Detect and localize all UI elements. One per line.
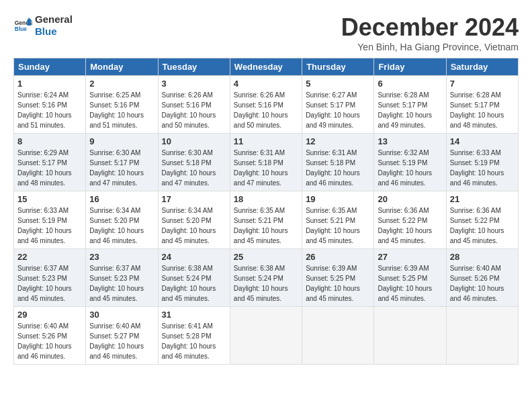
day-info: Sunrise: 6:40 AMSunset: 5:26 PMDaylight:… [450,263,515,304]
day-info: Sunrise: 6:30 AMSunset: 5:18 PMDaylight:… [162,148,226,188]
day-cell-7: 7Sunrise: 6:28 AMSunset: 5:17 PMDaylight… [446,76,518,134]
day-cell-17: 17Sunrise: 6:34 AMSunset: 5:20 PMDayligh… [158,191,230,249]
day-info: Sunrise: 6:34 AMSunset: 5:20 PMDaylight:… [162,205,226,246]
day-number: 4 [234,79,298,89]
day-info: Sunrise: 6:28 AMSunset: 5:17 PMDaylight:… [378,90,442,130]
week-row-5: 29Sunrise: 6:40 AMSunset: 5:26 PMDayligh… [14,307,519,365]
day-number: 9 [89,136,154,146]
day-number: 13 [378,136,442,146]
day-cell-19: 19Sunrise: 6:35 AMSunset: 5:21 PMDayligh… [302,191,374,249]
day-cell-31: 31Sunrise: 6:41 AMSunset: 5:28 PMDayligh… [158,307,230,365]
day-info: Sunrise: 6:33 AMSunset: 5:19 PMDaylight:… [17,205,82,246]
day-cell-29: 29Sunrise: 6:40 AMSunset: 5:26 PMDayligh… [14,307,86,365]
day-info: Sunrise: 6:31 AMSunset: 5:18 PMDaylight:… [234,148,298,188]
day-cell-23: 23Sunrise: 6:37 AMSunset: 5:23 PMDayligh… [86,249,158,307]
day-info: Sunrise: 6:33 AMSunset: 5:19 PMDaylight:… [450,148,515,188]
logo-area: General Blue General Blue [13,13,73,38]
day-number: 26 [306,252,370,262]
day-cell-9: 9Sunrise: 6:30 AMSunset: 5:17 PMDaylight… [86,134,158,191]
day-info: Sunrise: 6:38 AMSunset: 5:24 PMDaylight:… [234,263,298,304]
day-info: Sunrise: 6:40 AMSunset: 5:26 PMDaylight:… [17,321,82,361]
day-cell-3: 3Sunrise: 6:26 AMSunset: 5:16 PMDaylight… [158,76,230,134]
day-number: 16 [89,194,154,204]
empty-cell [374,307,446,365]
day-cell-24: 24Sunrise: 6:38 AMSunset: 5:24 PMDayligh… [158,249,230,307]
day-cell-2: 2Sunrise: 6:25 AMSunset: 5:16 PMDaylight… [86,76,158,134]
day-number: 28 [450,252,515,262]
day-info: Sunrise: 6:26 AMSunset: 5:16 PMDaylight:… [162,90,226,130]
week-row-2: 8Sunrise: 6:29 AMSunset: 5:17 PMDaylight… [14,134,519,191]
day-cell-21: 21Sunrise: 6:36 AMSunset: 5:22 PMDayligh… [446,191,518,249]
day-info: Sunrise: 6:31 AMSunset: 5:18 PMDaylight:… [306,148,370,188]
day-number: 18 [234,194,298,204]
day-cell-28: 28Sunrise: 6:40 AMSunset: 5:26 PMDayligh… [446,249,518,307]
day-number: 3 [162,79,226,89]
day-info: Sunrise: 6:27 AMSunset: 5:17 PMDaylight:… [306,90,370,130]
header-thursday: Thursday [302,58,374,76]
day-cell-4: 4Sunrise: 6:26 AMSunset: 5:16 PMDaylight… [230,76,302,134]
day-number: 17 [162,194,226,204]
header-tuesday: Tuesday [158,58,230,76]
day-cell-5: 5Sunrise: 6:27 AMSunset: 5:17 PMDaylight… [302,76,374,134]
day-info: Sunrise: 6:25 AMSunset: 5:16 PMDaylight:… [89,90,154,130]
day-info: Sunrise: 6:26 AMSunset: 5:16 PMDaylight:… [234,90,298,130]
day-info: Sunrise: 6:32 AMSunset: 5:19 PMDaylight:… [378,148,442,188]
day-info: Sunrise: 6:35 AMSunset: 5:21 PMDaylight:… [306,205,370,246]
week-row-3: 15Sunrise: 6:33 AMSunset: 5:19 PMDayligh… [14,191,519,249]
day-number: 8 [17,136,82,146]
day-cell-22: 22Sunrise: 6:37 AMSunset: 5:23 PMDayligh… [14,249,86,307]
day-info: Sunrise: 6:38 AMSunset: 5:24 PMDaylight:… [162,263,226,304]
calendar-table: Sunday Monday Tuesday Wednesday Thursday… [13,58,519,365]
empty-cell [230,307,302,365]
day-cell-15: 15Sunrise: 6:33 AMSunset: 5:19 PMDayligh… [14,191,86,249]
empty-cell [446,307,518,365]
empty-cell [302,307,374,365]
day-cell-30: 30Sunrise: 6:40 AMSunset: 5:27 PMDayligh… [86,307,158,365]
day-number: 14 [450,136,515,146]
week-row-4: 22Sunrise: 6:37 AMSunset: 5:23 PMDayligh… [14,249,519,307]
day-info: Sunrise: 6:30 AMSunset: 5:17 PMDaylight:… [89,148,154,188]
day-cell-12: 12Sunrise: 6:31 AMSunset: 5:18 PMDayligh… [302,134,374,191]
day-cell-13: 13Sunrise: 6:32 AMSunset: 5:19 PMDayligh… [374,134,446,191]
day-cell-20: 20Sunrise: 6:36 AMSunset: 5:22 PMDayligh… [374,191,446,249]
day-info: Sunrise: 6:29 AMSunset: 5:17 PMDaylight:… [17,148,82,188]
header-saturday: Saturday [446,58,518,76]
day-number: 11 [234,136,298,146]
week-row-1: 1Sunrise: 6:24 AMSunset: 5:16 PMDaylight… [14,76,519,134]
day-cell-26: 26Sunrise: 6:39 AMSunset: 5:25 PMDayligh… [302,249,374,307]
header-monday: Monday [86,58,158,76]
day-number: 25 [234,252,298,262]
day-cell-10: 10Sunrise: 6:30 AMSunset: 5:18 PMDayligh… [158,134,230,191]
day-info: Sunrise: 6:34 AMSunset: 5:20 PMDaylight:… [89,205,154,246]
header-sunday: Sunday [14,58,86,76]
svg-text:Blue: Blue [15,26,27,32]
logo-text: General Blue [35,13,73,38]
month-title: December 2024 [341,13,519,42]
day-number: 20 [378,194,442,204]
day-info: Sunrise: 6:28 AMSunset: 5:17 PMDaylight:… [450,90,515,130]
day-info: Sunrise: 6:35 AMSunset: 5:21 PMDaylight:… [234,205,298,246]
day-number: 1 [17,79,82,89]
day-number: 12 [306,136,370,146]
day-number: 21 [450,194,515,204]
day-number: 24 [162,252,226,262]
day-number: 22 [17,252,82,262]
day-info: Sunrise: 6:39 AMSunset: 5:25 PMDaylight:… [378,263,442,304]
day-info: Sunrise: 6:36 AMSunset: 5:22 PMDaylight:… [378,205,442,246]
day-number: 27 [378,252,442,262]
location-title: Yen Binh, Ha Giang Province, Vietnam [341,42,519,52]
page-container: General Blue General Blue December 2024 … [13,13,519,365]
logo-icon: General Blue [13,16,32,35]
day-number: 30 [89,310,154,320]
day-info: Sunrise: 6:37 AMSunset: 5:23 PMDaylight:… [89,263,154,304]
day-info: Sunrise: 6:40 AMSunset: 5:27 PMDaylight:… [89,321,154,361]
day-number: 29 [17,310,82,320]
day-cell-25: 25Sunrise: 6:38 AMSunset: 5:24 PMDayligh… [230,249,302,307]
day-number: 23 [89,252,154,262]
day-cell-27: 27Sunrise: 6:39 AMSunset: 5:25 PMDayligh… [374,249,446,307]
day-cell-1: 1Sunrise: 6:24 AMSunset: 5:16 PMDaylight… [14,76,86,134]
day-info: Sunrise: 6:39 AMSunset: 5:25 PMDaylight:… [306,263,370,304]
day-cell-8: 8Sunrise: 6:29 AMSunset: 5:17 PMDaylight… [14,134,86,191]
day-number: 19 [306,194,370,204]
header: General Blue General Blue December 2024 … [13,13,519,52]
